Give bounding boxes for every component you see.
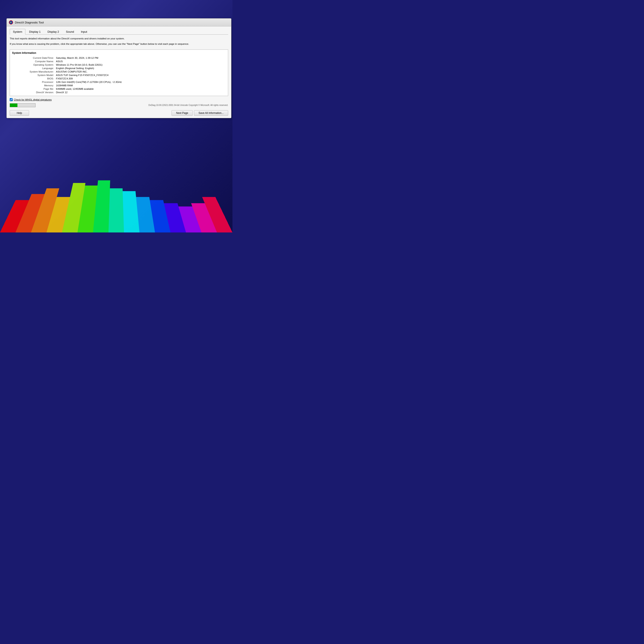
tab-display2[interactable]: Display 2	[44, 29, 62, 35]
tab-input[interactable]: Input	[78, 29, 90, 35]
tab-system[interactable]: System	[10, 29, 25, 35]
field-value: Saturday, March 30, 2024, 1:39:12 PM	[55, 56, 226, 60]
status-text: DxDiag 10.00.22621.0001 64-bit Unicode C…	[38, 104, 228, 106]
field-value: Windows 11 Pro 64-bit (10.0, Build 22631…	[55, 63, 226, 67]
field-value: 12th Gen Intel(R) Core(TM) i7-12700H (20…	[55, 80, 226, 84]
field-value: FX507ZC4.309	[55, 77, 226, 80]
table-row: Page file:6498MB used, 12450MB available	[12, 87, 226, 91]
progress-bar-fill	[10, 104, 17, 107]
field-value: ASUS TUF Gaming F15 FX507ZC4_FX507ZC4	[55, 73, 226, 77]
color-bar	[108, 188, 124, 232]
table-row: Current Date/Time:Saturday, March 30, 20…	[12, 56, 226, 60]
whql-label[interactable]: Check for WHQL digital signatures	[14, 98, 52, 101]
field-label: BIOS:	[12, 77, 55, 80]
field-label: System Model:	[12, 73, 55, 77]
table-row: Operating System:Windows 11 Pro 64-bit (…	[12, 63, 226, 67]
tab-display1[interactable]: Display 1	[26, 29, 44, 35]
field-label: DirectX Version:	[12, 91, 55, 94]
table-row: Memory:16384MB RAM	[12, 84, 226, 87]
window-title: DirectX Diagnostic Tool	[15, 21, 44, 24]
right-buttons: Next Page Save All Information...	[172, 110, 228, 116]
field-value: ASUS	[55, 60, 226, 63]
table-row: DirectX Version:DirectX 12	[12, 91, 226, 94]
field-value: 16384MB RAM	[55, 84, 226, 87]
table-row: System Manufacturer:ASUSTeK COMPUTER INC…	[12, 70, 226, 73]
help-button[interactable]: Help	[10, 110, 29, 116]
tab-bar: System Display 1 Display 2 Sound Input	[10, 29, 228, 35]
table-row: Language:English (Regional Setting: Engl…	[12, 67, 226, 70]
window-titlebar: DirectX Diagnostic Tool	[7, 19, 231, 26]
whql-checkbox-row: Check for WHQL digital signatures	[10, 98, 228, 101]
field-value: ASUSTeK COMPUTER INC.	[55, 70, 226, 73]
status-row: DxDiag 10.00.22621.0001 64-bit Unicode C…	[10, 103, 228, 107]
save-all-button[interactable]: Save All Information...	[194, 110, 228, 116]
directx-icon	[9, 20, 13, 25]
table-row: Processor:12th Gen Intel(R) Core(TM) i7-…	[12, 80, 226, 84]
window-body: System Display 1 Display 2 Sound Input T…	[7, 26, 231, 118]
intro-text-2: If you know what area is causing the pro…	[10, 42, 228, 46]
svg-point-2	[11, 22, 11, 23]
field-label: Current Date/Time:	[12, 56, 55, 60]
tab-sound[interactable]: Sound	[63, 29, 77, 35]
button-row: Help Next Page Save All Information...	[10, 109, 228, 116]
field-label: Operating System:	[12, 63, 55, 67]
field-label: Memory:	[12, 84, 55, 87]
color-bars-decoration	[0, 171, 232, 232]
whql-checkbox[interactable]	[10, 98, 13, 101]
field-label: System Manufacturer:	[12, 70, 55, 73]
intro-text-1: This tool reports detailed information a…	[10, 37, 228, 40]
section-title: System Information	[12, 51, 226, 54]
directx-diagnostic-window: DirectX Diagnostic Tool System Display 1…	[6, 18, 231, 118]
table-row: BIOS:FX507ZC4.309	[12, 77, 226, 80]
field-label: Processor:	[12, 80, 55, 84]
field-value: DirectX 12	[55, 91, 226, 94]
system-info-section: System Information Current Date/Time:Sat…	[10, 50, 228, 96]
system-info-table: Current Date/Time:Saturday, March 30, 20…	[12, 56, 226, 94]
field-label: Page file:	[12, 87, 55, 91]
field-value: 6498MB used, 12450MB available	[55, 87, 226, 91]
table-row: Computer Name:ASUS	[12, 60, 226, 63]
field-label: Computer Name:	[12, 60, 55, 63]
table-row: System Model:ASUS TUF Gaming F15 FX507ZC…	[12, 73, 226, 77]
field-label: Language:	[12, 67, 55, 70]
field-value: English (Regional Setting: English)	[55, 67, 226, 70]
next-page-button[interactable]: Next Page	[172, 110, 193, 116]
progress-bar	[10, 103, 36, 107]
